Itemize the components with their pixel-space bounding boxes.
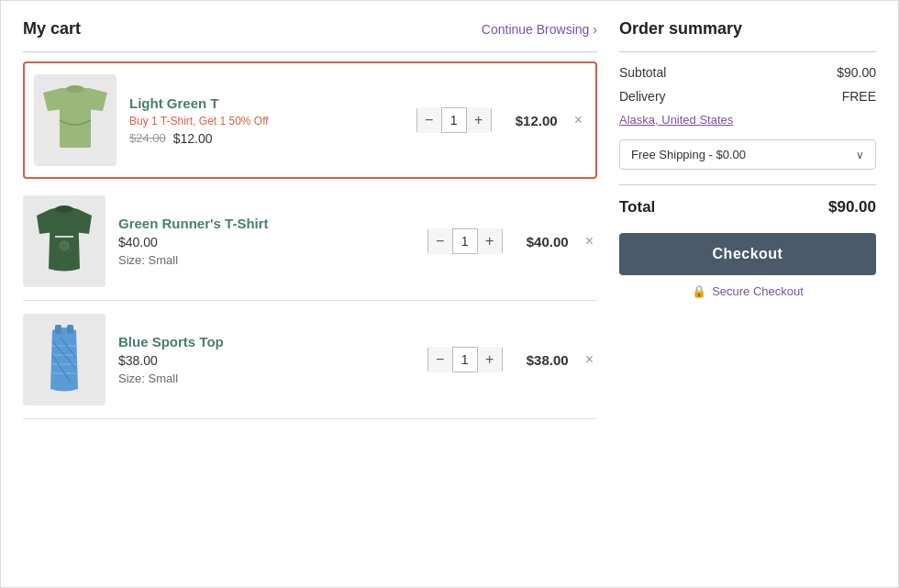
- order-summary-title: Order summary: [619, 19, 876, 39]
- header-divider: [23, 51, 597, 52]
- item-price-3: $38.00: [118, 353, 415, 368]
- item-promo-1: Buy 1 T-Shirt, Get 1 50% Off: [129, 115, 404, 128]
- qty-increase-3[interactable]: +: [478, 347, 502, 372]
- item-image-2: [23, 195, 105, 287]
- item-info-3: Blue Sports Top $38.00 Size: Small: [118, 334, 415, 385]
- qty-control-2: − 1 +: [427, 228, 503, 254]
- item-price-row-1: $24.00 $12.00: [129, 131, 404, 146]
- item-current-price-1: $12.00: [173, 131, 213, 146]
- item-info-2: Green Runner's T-Shirt $40.00 Size: Smal…: [118, 216, 415, 267]
- secure-checkout[interactable]: 🔒 Secure Checkout: [619, 284, 876, 298]
- svg-point-3: [66, 85, 84, 93]
- lock-icon: 🔒: [692, 284, 706, 298]
- chevron-down-icon: ∨: [856, 149, 864, 161]
- item-size-2: Size: Small: [118, 253, 415, 267]
- checkout-button[interactable]: Checkout: [619, 233, 876, 275]
- total-label: Total: [619, 198, 655, 216]
- delivery-section: Delivery FREE Alaska, United States: [619, 89, 876, 127]
- item-name-3: Blue Sports Top: [118, 334, 415, 349]
- delivery-label: Delivery: [619, 89, 666, 104]
- item-price-2: $40.00: [118, 235, 415, 250]
- cart-title: My cart: [23, 19, 81, 39]
- cart-header: My cart Continue Browsing ›: [23, 19, 597, 39]
- subtotal-value: $90.00: [837, 65, 876, 80]
- item-size-3: Size: Small: [118, 372, 415, 385]
- secure-checkout-label: Secure Checkout: [712, 284, 804, 298]
- item-image-1: [34, 74, 117, 166]
- qty-control-3: − 1 +: [427, 347, 503, 372]
- cart-item-1: Light Green T Buy 1 T-Shirt, Get 1 50% O…: [23, 61, 597, 179]
- svg-rect-8: [55, 325, 61, 334]
- qty-value-1: 1: [441, 108, 467, 132]
- item-controls-3: − 1 + $38.00 ×: [427, 347, 597, 372]
- item-remove-1[interactable]: ×: [571, 108, 586, 132]
- cart-panel: My cart Continue Browsing ›: [23, 19, 597, 569]
- item-total-2: $40.00: [516, 234, 569, 250]
- order-divider-top: [619, 51, 876, 52]
- svg-point-6: [55, 205, 73, 213]
- qty-value-2: 1: [452, 229, 478, 253]
- item-image-3: [23, 314, 105, 405]
- cart-item-2: Green Runner's T-Shirt $40.00 Size: Smal…: [23, 183, 597, 301]
- item-remove-2[interactable]: ×: [582, 229, 597, 253]
- qty-decrease-1[interactable]: −: [417, 107, 441, 133]
- qty-decrease-2[interactable]: −: [428, 228, 452, 254]
- item-remove-3[interactable]: ×: [582, 348, 597, 372]
- item-total-1: $12.00: [505, 113, 558, 128]
- qty-increase-2[interactable]: +: [478, 228, 502, 254]
- cart-item-3: Blue Sports Top $38.00 Size: Small − 1 +…: [23, 301, 597, 419]
- svg-rect-2: [60, 88, 91, 148]
- svg-point-7: [60, 241, 69, 250]
- item-controls-2: − 1 + $40.00 ×: [427, 228, 597, 254]
- item-controls-1: − 1 + $12.00 ×: [416, 107, 586, 133]
- item-original-price-1: $24.00: [129, 131, 166, 145]
- total-row: Total $90.00: [619, 198, 876, 216]
- continue-browsing-link[interactable]: Continue Browsing ›: [482, 22, 597, 37]
- delivery-value: FREE: [842, 89, 876, 104]
- qty-increase-1[interactable]: +: [467, 107, 491, 133]
- shipping-select[interactable]: Free Shipping - $0.00 ∨: [619, 139, 876, 170]
- total-value: $90.00: [828, 198, 876, 216]
- item-name-1: Light Green T: [129, 95, 404, 111]
- item-info-1: Light Green T Buy 1 T-Shirt, Get 1 50% O…: [129, 95, 404, 146]
- order-divider-middle: [619, 184, 876, 185]
- order-panel: Order summary Subtotal $90.00 Delivery F…: [619, 19, 876, 569]
- shipping-option-text: Free Shipping - $0.00: [631, 148, 746, 161]
- item-total-3: $38.00: [516, 352, 569, 368]
- delivery-row: Delivery FREE: [619, 89, 876, 104]
- delivery-location[interactable]: Alaska, United States: [619, 113, 876, 127]
- subtotal-label: Subtotal: [619, 65, 666, 80]
- svg-rect-9: [67, 325, 73, 334]
- qty-value-3: 1: [452, 348, 478, 372]
- item-name-2: Green Runner's T-Shirt: [118, 216, 415, 231]
- qty-decrease-3[interactable]: −: [428, 347, 452, 372]
- qty-control-1: − 1 +: [416, 107, 492, 133]
- subtotal-row: Subtotal $90.00: [619, 65, 876, 80]
